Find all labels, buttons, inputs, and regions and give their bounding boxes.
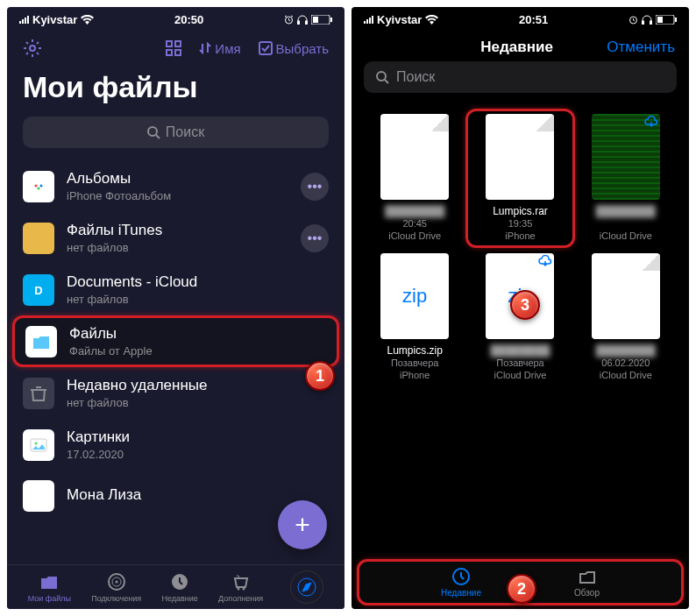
svg-point-20 (35, 442, 38, 444)
file-subtitle: Файлы от Apple (69, 344, 326, 358)
svg-rect-31 (650, 21, 653, 25)
battery-icon (656, 15, 677, 25)
cloud-download-icon (644, 116, 658, 130)
svg-point-26 (237, 588, 239, 591)
file-thumbnail (592, 114, 660, 200)
add-button[interactable]: + (278, 500, 327, 549)
callout-3: 3 (510, 290, 540, 320)
svg-point-12 (148, 127, 157, 136)
more-button[interactable]: ••• (301, 173, 329, 201)
file-name: Недавно удаленные (67, 377, 329, 394)
svg-rect-1 (297, 21, 300, 25)
folder-icon: D (23, 274, 54, 306)
file-name: ████████ (490, 344, 550, 357)
svg-rect-9 (167, 50, 172, 55)
file-item[interactable]: zip Lumpics.zip ПозавчераiPhone (366, 253, 464, 382)
carrier-label: Kyivstar (377, 13, 422, 26)
file-name: ████████ (596, 205, 656, 217)
toolbar: Имя Выбрать (7, 32, 344, 65)
file-subtitle: нет файлов (67, 396, 329, 409)
tab-item[interactable]: Обзор (574, 567, 600, 598)
svg-point-6 (30, 46, 35, 51)
svg-rect-33 (657, 17, 663, 23)
file-item[interactable]: ████████ iCloud Drive (577, 114, 675, 243)
file-thumbnail: zip (380, 253, 449, 339)
more-button[interactable]: ••• (301, 224, 329, 252)
file-meta: ПозавчераiPhone (391, 357, 439, 382)
svg-rect-5 (330, 18, 332, 22)
folder-icon (23, 223, 54, 254)
file-name: Файлы (69, 325, 326, 343)
file-row[interactable]: Альбомы iPhone Фотоальбом ••• (7, 160, 344, 212)
signal-icon (19, 16, 29, 24)
svg-rect-11 (259, 42, 272, 54)
file-meta: 19:35iPhone (505, 217, 535, 243)
select-button[interactable]: Выбрать (259, 41, 329, 56)
file-name: Lumpics.rar (493, 205, 548, 217)
file-row[interactable]: Файлы Файлы от Apple (12, 315, 339, 367)
file-row[interactable]: D Documents - iCloud нет файлов (7, 264, 344, 315)
file-subtitle: 17.02.2020 (67, 448, 329, 461)
file-subtitle: нет файлов (67, 241, 288, 254)
headphones-icon (297, 15, 308, 25)
svg-point-27 (242, 588, 245, 591)
cloud-download-icon (538, 255, 552, 269)
file-item[interactable]: ████████ 06.02.2020iCloud Drive (577, 253, 675, 382)
tab-bar: Мои файлыПодключенияНедавниеДополнения (7, 564, 344, 609)
file-subtitle: iPhone Фотоальбом (67, 189, 288, 202)
clock-label: 20:51 (519, 13, 548, 26)
file-thumbnail (380, 114, 449, 200)
folder-icon (23, 378, 54, 409)
folder-icon (25, 326, 57, 358)
tab-item[interactable]: Мои файлы (28, 571, 71, 603)
signal-icon (364, 16, 373, 24)
file-manager-app: Kyivstar 20:50 Имя Выбрать Мои фа (7, 7, 344, 609)
tab-item[interactable]: Недавние (161, 571, 197, 603)
svg-point-24 (115, 581, 117, 584)
safari-icon[interactable] (290, 570, 323, 604)
file-item[interactable]: Lumpics.rar 19:35iPhone (471, 114, 569, 243)
svg-point-14 (35, 184, 38, 187)
search-icon (376, 71, 389, 84)
tab-item[interactable]: Дополнения (218, 571, 263, 603)
carrier-label: Kyivstar (32, 13, 77, 26)
gear-icon[interactable] (23, 39, 42, 58)
file-name: ████████ (385, 205, 444, 217)
svg-rect-2 (306, 21, 309, 25)
battery-icon (311, 15, 332, 25)
file-name: Lumpics.zip (387, 344, 442, 357)
file-name: Картинки (67, 428, 329, 446)
header: Недавние Отменить (352, 32, 689, 61)
svg-rect-4 (313, 17, 318, 23)
file-item[interactable]: ████████ 20:45iCloud Drive (366, 114, 464, 243)
status-bar: Kyivstar 20:50 (7, 7, 344, 32)
file-row[interactable]: Недавно удаленные нет файлов (7, 367, 344, 419)
file-meta: 06.02.2020iCloud Drive (600, 357, 652, 382)
wifi-icon (81, 15, 94, 25)
svg-rect-7 (167, 41, 172, 46)
svg-rect-10 (175, 50, 181, 55)
search-input[interactable]: Поиск (364, 61, 677, 93)
sort-button[interactable]: Имя (199, 41, 240, 56)
cancel-button[interactable]: Отменить (607, 39, 675, 56)
file-meta: ПозавчераiCloud Drive (494, 357, 547, 382)
grid-view-icon[interactable] (166, 40, 181, 56)
file-row[interactable]: Файлы iTunes нет файлов ••• (7, 212, 344, 264)
tab-item[interactable]: Подключения (91, 571, 141, 603)
file-meta: 20:45iCloud Drive (388, 217, 441, 243)
file-name: Documents - iCloud (67, 273, 329, 291)
file-thumbnail (486, 114, 554, 200)
svg-rect-30 (642, 21, 644, 25)
file-row[interactable]: Картинки 17.02.2020 (7, 419, 344, 471)
search-icon (147, 126, 160, 139)
wifi-icon (425, 15, 438, 25)
status-bar: Kyivstar 20:51 (352, 7, 689, 32)
svg-point-15 (38, 187, 40, 189)
svg-point-16 (40, 184, 43, 187)
clock-label: 20:50 (174, 13, 203, 26)
tab-item[interactable]: Недавние (441, 567, 481, 598)
svg-point-35 (377, 72, 386, 81)
search-input[interactable]: Поиск (23, 117, 329, 148)
alarm-icon (629, 15, 638, 25)
folder-icon (23, 429, 54, 461)
